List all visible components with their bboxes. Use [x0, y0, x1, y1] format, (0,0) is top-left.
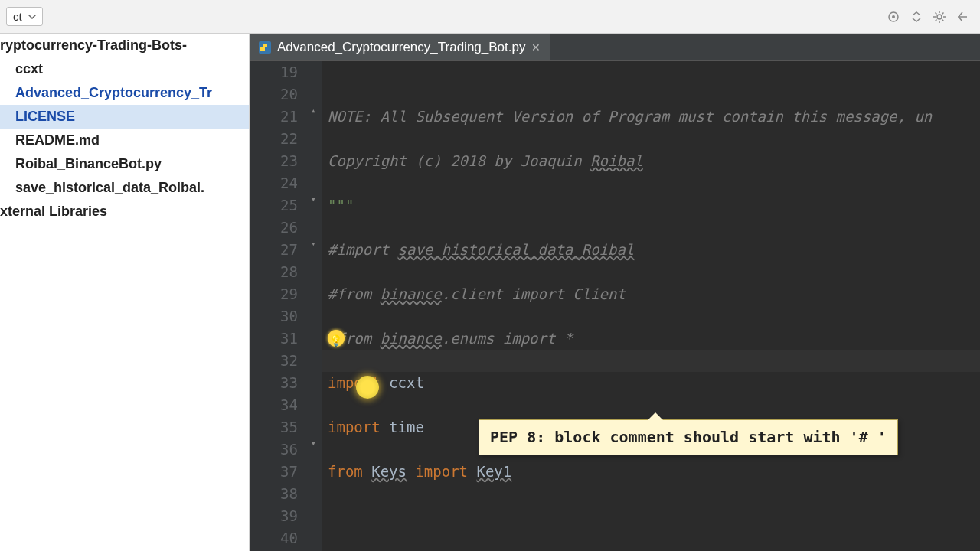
tree-root[interactable]: ryptocurrency-Trading-Bots- [0, 34, 249, 57]
fold-end-icon[interactable]: ▴ [311, 106, 316, 116]
code-area[interactable]: 1920212223242526272829303132333435363738… [250, 61, 980, 551]
gear-icon[interactable] [929, 7, 949, 27]
line-gutter: 1920212223242526272829303132333435363738… [250, 61, 312, 551]
project-label: ct [13, 10, 22, 23]
tree-file-license[interactable]: LICENSE [0, 105, 249, 129]
collapse-icon[interactable] [906, 7, 926, 27]
intention-bulb-icon[interactable] [328, 330, 345, 347]
fold-start-icon[interactable]: ▾ [311, 194, 316, 204]
target-icon[interactable] [884, 7, 903, 27]
project-dropdown[interactable]: ct [6, 7, 43, 26]
editor: Advanced_Cryptocurrency_Trading_Bot.py ✕… [250, 34, 980, 551]
svg-point-2 [937, 15, 942, 19]
cursor-highlight [356, 376, 379, 399]
tab-label: Advanced_Cryptocurrency_Trading_Bot.py [277, 40, 525, 55]
close-icon[interactable]: ✕ [531, 41, 541, 54]
svg-point-1 [892, 15, 895, 18]
python-file-icon [259, 41, 271, 54]
fold-start-icon[interactable]: ▾ [311, 439, 316, 448]
main-toolbar: ct [0, 0, 980, 34]
tree-file-readme[interactable]: README.md [0, 129, 249, 152]
tree-file-advanced[interactable]: Advanced_Cryptocurrency_Tr [0, 81, 249, 105]
code-content[interactable]: NOTE: All Subsequent Version of Program … [322, 61, 980, 551]
tree-file-roibal[interactable]: Roibal_BinanceBot.py [0, 152, 249, 176]
tree-file-save[interactable]: save_historical_data_Roibal. [0, 176, 249, 200]
hide-icon[interactable] [952, 7, 972, 27]
inspection-tooltip: PEP 8: block comment should start with '… [479, 419, 898, 455]
fold-start-icon[interactable]: ▾ [311, 239, 316, 249]
project-tree: ryptocurrency-Trading-Bots- ccxt Advance… [0, 34, 250, 551]
chevron-down-icon [28, 15, 36, 19]
editor-tabbar: Advanced_Cryptocurrency_Trading_Bot.py ✕ [250, 34, 980, 61]
fold-column: ▴ ▾ ▾ ▾ [312, 61, 322, 551]
tree-external-libs[interactable]: xternal Libraries [0, 200, 249, 223]
tab-advanced-bot[interactable]: Advanced_Cryptocurrency_Trading_Bot.py ✕ [250, 34, 550, 60]
tree-folder-ccxt[interactable]: ccxt [0, 57, 249, 81]
